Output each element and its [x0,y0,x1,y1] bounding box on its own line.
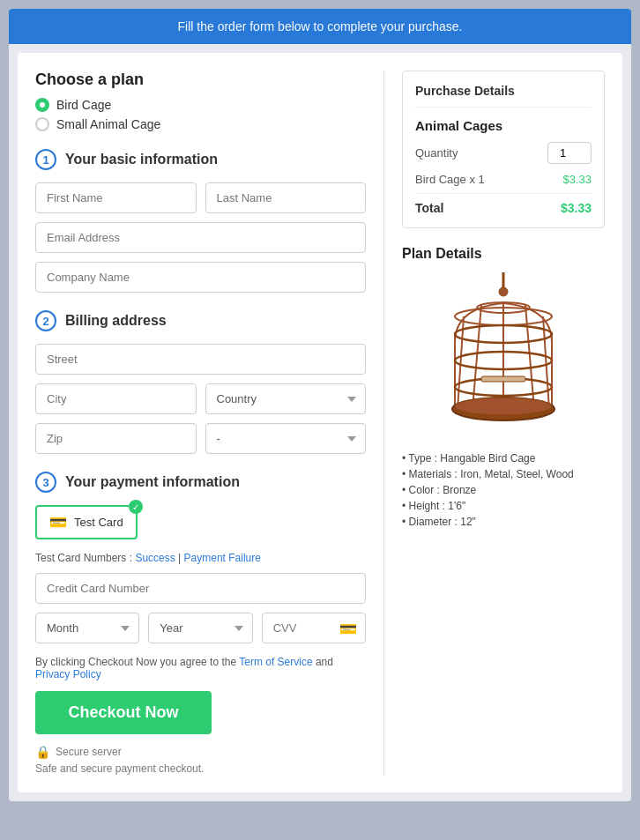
company-field [35,262,366,293]
item-label: Bird Cage x 1 [415,173,485,186]
street-row [35,344,366,375]
email-field [35,222,366,253]
card-label: Test Card [74,516,123,529]
purchase-details-title: Purchase Details [415,84,592,108]
card-check-icon: ✓ [129,500,143,514]
test-card-label: Test Card Numbers : [35,552,132,564]
animal-cages-title: Animal Cages [415,118,592,133]
payment-number: 3 [35,472,56,493]
first-name-field [35,182,197,213]
last-name-field [205,182,367,213]
last-name-input[interactable] [205,182,367,213]
payment-title: Your payment information [65,474,240,490]
plan-option-bird-cage[interactable]: Bird Cage [35,98,366,112]
svg-rect-14 [481,376,525,382]
zip-field [35,423,197,454]
right-panel: Purchase Details Animal Cages Quantity B… [384,71,605,775]
cage-svg [433,272,574,440]
page-wrapper: Fill the order form below to complete yo… [9,9,631,801]
banner-text: Fill the order form below to complete yo… [178,19,463,33]
street-field [35,344,366,375]
state-field: - [205,423,367,454]
terms-middle: and [316,656,333,668]
item-row: Bird Cage x 1 $3.33 [415,173,592,194]
basic-info-title: Your basic information [65,152,218,167]
country-select[interactable]: Country [205,383,367,414]
city-country-row: Country [35,383,366,414]
email-input[interactable] [35,222,366,253]
test-card-info: Test Card Numbers : Success | Payment Fa… [35,552,366,564]
billing-header: 2 Billing address [35,310,366,331]
card-option-button[interactable]: 💳 Test Card ✓ [35,505,138,539]
total-price: $3.33 [561,201,592,215]
main-content: Choose a plan Bird Cage Small Animal Cag… [18,53,622,792]
detail-materials: Materials : Iron, Metal, Steel, Wood [402,468,605,480]
basic-info-header: 1 Your basic information [35,149,366,170]
state-select[interactable]: - [205,423,367,454]
tos-link[interactable]: Term of Service [239,656,312,668]
choose-plan: Choose a plan Bird Cage Small Animal Cag… [35,71,366,131]
email-row [35,222,366,253]
company-row [35,262,366,293]
cc-field [35,573,366,604]
quantity-label: Quantity [415,146,458,160]
first-name-input[interactable] [35,182,197,213]
zip-state-row: - [35,423,366,454]
quantity-input[interactable] [547,142,592,164]
detail-type: Type : Hangable Bird Cage [402,452,605,465]
cc-input[interactable] [35,573,366,604]
plan-small-animal-label: Small Animal Cage [56,117,160,131]
total-row: Total $3.33 [415,201,592,215]
expiry-cvv-row: Month Year 💳 [35,613,366,643]
plan-details-list: Type : Hangable Bird Cage Materials : Ir… [402,452,605,528]
country-field: Country [205,383,367,414]
purchase-details-box: Purchase Details Animal Cages Quantity B… [402,71,605,228]
city-input[interactable] [35,383,197,414]
left-panel: Choose a plan Bird Cage Small Animal Cag… [35,71,384,775]
radio-small-animal[interactable] [35,117,49,131]
cc-row [35,573,366,604]
detail-diameter: Diameter : 12" [402,516,605,528]
billing-number: 2 [35,310,56,331]
plan-option-small-animal[interactable]: Small Animal Cage [35,117,366,131]
month-select[interactable]: Month [35,613,139,643]
success-link[interactable]: Success [135,552,175,564]
month-field: Month [35,613,139,643]
svg-point-1 [499,287,508,296]
cvv-card-icon: 💳 [339,620,357,636]
basic-info-number: 1 [35,149,56,170]
choose-plan-title: Choose a plan [35,71,366,89]
failure-link[interactable]: Payment Failure [184,552,261,564]
zip-input[interactable] [35,423,197,454]
secure-label: Secure server [56,746,122,758]
lock-icon: 🔒 [35,745,50,759]
total-label: Total [415,201,443,215]
plan-details: Plan Details [402,246,605,528]
checkout-button[interactable]: Checkout Now [35,691,212,734]
street-input[interactable] [35,344,366,375]
plan-bird-cage-label: Bird Cage [56,98,111,112]
svg-point-16 [455,398,552,415]
terms-text: By clicking Checkout Now you agree to th… [35,656,366,680]
top-banner: Fill the order form below to complete yo… [9,9,631,44]
privacy-link[interactable]: Privacy Policy [35,668,101,680]
detail-height: Height : 1'6" [402,500,605,512]
secure-sub: Safe and secure payment checkout. [35,762,366,775]
cvv-field: 💳 [262,613,366,643]
city-field [35,383,197,414]
terms-prefix: By clicking Checkout Now you agree to th… [35,656,239,668]
name-row [35,182,366,213]
company-input[interactable] [35,262,366,293]
radio-bird-cage[interactable] [35,98,49,112]
plan-details-title: Plan Details [402,246,605,262]
detail-color: Color : Bronze [402,484,605,496]
year-select[interactable]: Year [148,613,252,643]
payment-header: 3 Your payment information [35,472,366,493]
card-icon: 💳 [49,514,67,531]
item-price: $3.33 [562,173,592,186]
quantity-row: Quantity [415,142,592,164]
cage-image-container [402,272,605,440]
year-field: Year [148,613,252,643]
billing-title: Billing address [65,313,167,329]
secure-info: 🔒 Secure server [35,745,366,759]
